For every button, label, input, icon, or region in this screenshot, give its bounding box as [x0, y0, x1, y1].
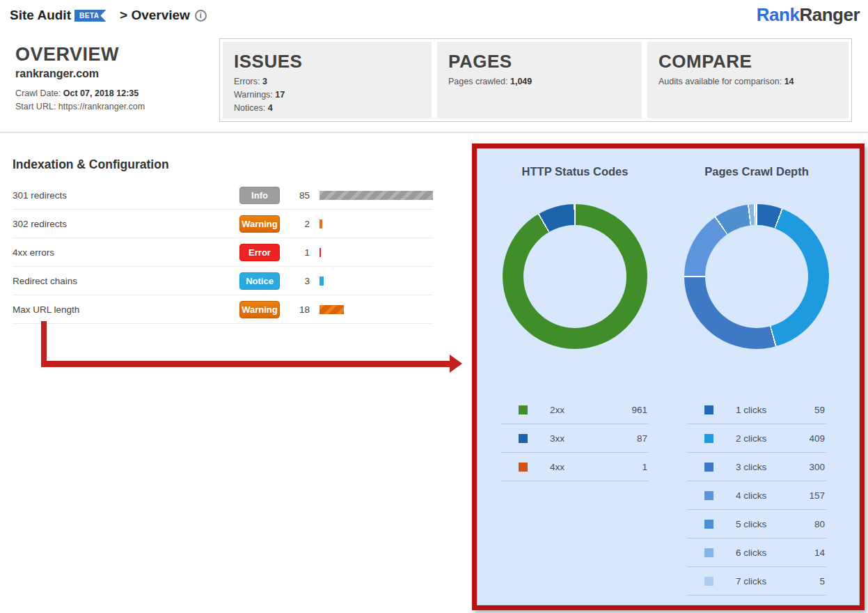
issue-count: 2 [282, 219, 318, 229]
indexation-row[interactable]: 4xx errorsError1 [13, 238, 433, 267]
indexation-row[interactable]: 302 redirectsWarning2 [13, 210, 433, 238]
tab-stat-line: Errors: 3 [234, 77, 420, 86]
legend-label: 5 clicks [736, 519, 814, 529]
inactive-tab-group: ISSUES Errors: 3Warnings: 17Notices: 4 P… [219, 38, 852, 122]
legend-swatch-icon [704, 520, 713, 529]
severity-badge: Notice [239, 272, 280, 290]
legend-swatch-icon [704, 577, 713, 586]
legend-row: 4 clicks157 [687, 481, 826, 510]
legend-label: 2xx [550, 405, 631, 415]
top-header: Site Audit BETA > Overviewi RankRanger [0, 0, 868, 33]
app-title: Site Audit [10, 8, 71, 23]
annotation-arrow-head-icon [450, 355, 462, 373]
legend-value: 5 [819, 576, 825, 587]
legend-row: 7 clicks5 [687, 567, 826, 596]
issue-bar-cell [318, 191, 433, 200]
issue-bar [319, 305, 344, 314]
beta-badge: BETA [74, 10, 106, 22]
legend-row: 3xx87 [501, 424, 649, 453]
legend-value: 961 [631, 405, 647, 415]
start-url-line: Start URL: https://rankranger.com [15, 102, 219, 111]
tab-overview-title: OVERVIEW [15, 44, 219, 65]
legend-value: 14 [814, 548, 825, 558]
legend-value: 157 [809, 490, 825, 501]
issue-bar [319, 277, 324, 286]
legend-swatch-icon [704, 434, 713, 443]
tab-issues-title: ISSUES [234, 51, 420, 72]
tab-stat-line: Notices: 4 [234, 103, 420, 113]
indexation-row[interactable]: Max URL lengthWarning18 [13, 295, 433, 324]
legend-swatch-icon [519, 434, 528, 443]
info-icon[interactable]: i [195, 10, 207, 22]
issue-label: 302 redirects [13, 219, 239, 229]
tab-stat-line: Pages crawled: 1,049 [448, 77, 631, 86]
indexation-title: Indexation & Configuration [13, 157, 433, 172]
issue-count: 18 [282, 304, 318, 315]
severity-badge-cell: Warning [239, 301, 282, 318]
severity-badge: Info [239, 187, 280, 204]
http-status-legend: 2xx9613xx874xx1 [501, 396, 649, 481]
issue-label: Max URL length [13, 304, 239, 315]
legend-value: 87 [637, 433, 647, 444]
tab-stat-line: Warnings: 17 [234, 90, 420, 100]
issue-label: 4xx errors [13, 247, 239, 258]
issue-bar-cell [318, 219, 433, 228]
rank-ranger-logo[interactable]: RankRanger [757, 4, 860, 26]
indexation-section: Indexation & Configuration 301 redirects… [13, 157, 433, 324]
start-url-value: https://rankranger.com [58, 102, 145, 111]
issue-count: 1 [282, 247, 318, 258]
breadcrumb: > Overviewi [120, 8, 207, 23]
legend-label: 6 clicks [736, 548, 814, 558]
legend-swatch-icon [704, 548, 713, 557]
legend-label: 7 clicks [736, 576, 819, 587]
header-divider [0, 132, 868, 133]
tab-pages[interactable]: PAGES Pages crawled: 1,049 [437, 42, 642, 118]
severity-badge: Warning [239, 215, 280, 233]
legend-swatch-icon [704, 491, 713, 500]
legend-label: 1 clicks [736, 405, 814, 415]
severity-badge-cell: Warning [239, 215, 282, 233]
legend-row: 5 clicks80 [687, 510, 826, 538]
issue-label: 301 redirects [13, 190, 239, 201]
legend-value: 409 [809, 433, 825, 444]
legend-row: 2 clicks409 [687, 424, 826, 453]
issue-count: 85 [282, 190, 318, 201]
legend-swatch-icon [704, 463, 713, 472]
severity-badge-cell: Error [239, 244, 282, 261]
tab-pages-title: PAGES [448, 51, 631, 72]
legend-value: 80 [814, 519, 825, 529]
logo-part-rank: Rank [757, 4, 800, 25]
issue-bar [319, 191, 433, 200]
http-status-chart-column: HTTP Status Codes 2xx9613xx874xx1 [477, 148, 673, 605]
highlight-panel: HTTP Status Codes 2xx9613xx874xx1 Pages … [472, 143, 865, 610]
legend-swatch-icon [519, 405, 528, 414]
issue-count: 3 [282, 276, 318, 286]
legend-label: 4 clicks [736, 490, 809, 501]
legend-value: 1 [642, 462, 647, 472]
crawl-depth-donut-chart [684, 204, 829, 349]
indexation-table: 301 redirectsInfo85302 redirectsWarning2… [13, 181, 433, 324]
indexation-row[interactable]: 301 redirectsInfo85 [13, 181, 433, 210]
page-title: Overview [131, 8, 190, 22]
legend-swatch-icon [704, 405, 713, 414]
legend-label: 3xx [550, 433, 637, 444]
logo-part-ranger: Ranger [799, 4, 860, 25]
legend-label: 4xx [550, 462, 642, 472]
audited-domain: rankranger.com [15, 68, 219, 80]
http-status-chart-title: HTTP Status Codes [477, 164, 673, 179]
issue-bar-cell [318, 277, 433, 286]
tab-issues[interactable]: ISSUES Errors: 3Warnings: 17Notices: 4 [223, 42, 432, 118]
tab-overview[interactable]: OVERVIEW rankranger.com Crawl Date: Oct … [0, 38, 219, 122]
annotation-arrow-vertical [41, 321, 47, 366]
legend-value: 59 [814, 405, 825, 415]
indexation-row[interactable]: Redirect chainsNotice3 [13, 267, 433, 295]
crawl-depth-chart-title: Pages Crawl Depth [673, 164, 840, 179]
tab-compare[interactable]: COMPARE Audits available for comparison:… [647, 42, 849, 118]
legend-row: 6 clicks14 [687, 538, 826, 567]
crawl-depth-legend: 1 clicks592 clicks4093 clicks3004 clicks… [687, 396, 826, 596]
issue-bar [319, 248, 321, 257]
severity-badge-cell: Notice [239, 272, 282, 290]
issue-bar-cell [318, 248, 433, 257]
tab-compare-title: COMPARE [658, 51, 837, 72]
breadcrumb-separator: > [120, 8, 127, 22]
